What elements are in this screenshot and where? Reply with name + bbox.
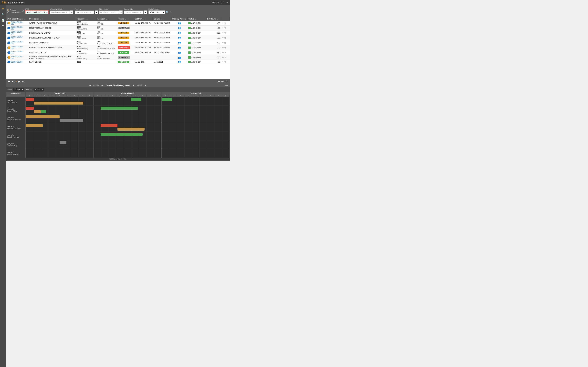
delete-icon[interactable]: 🗑 <box>224 22 226 24</box>
wo-link[interactable]: 210323-001030 <box>11 46 23 48</box>
property-dropdown[interactable]: ▼ <box>95 10 98 14</box>
delete-icon[interactable]: 🗑 <box>224 56 226 59</box>
people-icon[interactable]: 👥 <box>178 27 181 29</box>
edit-icon[interactable]: ✏ <box>222 47 224 49</box>
cal-event[interactable] <box>26 124 43 127</box>
col-header-desc[interactable]: Description ▲▼ <box>28 17 76 21</box>
phases-radio[interactable]: Phases <box>7 9 20 11</box>
refresh-icon[interactable]: ↺ <box>22 10 24 12</box>
phase-link[interactable]: 001 <box>11 53 23 54</box>
delete-icon[interactable]: 🗑 <box>224 61 226 63</box>
people-icon[interactable]: 👥 <box>178 37 181 39</box>
find-wo-select[interactable]: Work Order <box>148 10 165 14</box>
col-header-priority[interactable]: Priority ▲▼ <box>117 17 134 21</box>
cal-event[interactable] <box>34 110 41 113</box>
cal-prev-month[interactable]: ◀ <box>89 84 91 86</box>
color-by-select[interactable]: Priority <box>33 88 44 91</box>
property-input[interactable] <box>75 10 94 14</box>
assigned-to-input[interactable] <box>124 10 144 14</box>
phase-link[interactable]: 001 <box>11 33 23 35</box>
phase-link[interactable]: 001 <box>11 28 23 30</box>
cal-next-month[interactable]: ▶ <box>145 84 146 86</box>
wo-link[interactable]: 210323-001053 <box>11 56 23 58</box>
cal-event[interactable] <box>101 107 138 110</box>
wo-link[interactable]: 210323-001046 <box>11 51 23 53</box>
cal-prev-week[interactable]: ◀ <box>101 84 103 86</box>
delete-icon[interactable]: 🗑 <box>224 51 226 54</box>
cal-event[interactable] <box>26 107 34 110</box>
info-icon[interactable]: ℹ <box>221 1 221 4</box>
work-classification-input[interactable] <box>50 10 70 14</box>
edit-icon[interactable]: ✏ <box>222 56 224 59</box>
col-header-status[interactable]: Status ▲▼ <box>187 17 206 21</box>
cal-event[interactable] <box>26 98 34 101</box>
delete-icon[interactable]: 🗑 <box>224 42 226 44</box>
first-page-btn[interactable]: ⏮ <box>7 80 10 83</box>
cal-prev-month-label[interactable]: Month <box>93 84 99 86</box>
people-icon[interactable]: 👥 <box>178 46 181 49</box>
phase-link[interactable]: 001 <box>11 38 23 40</box>
work-classification-dropdown[interactable]: ▼ <box>70 10 73 14</box>
people-icon[interactable]: 👥 <box>178 56 181 59</box>
last-page-btn[interactable]: ⏭ <box>21 80 25 83</box>
edit-icon[interactable]: ✏ <box>222 27 224 29</box>
cal-event[interactable] <box>131 98 141 101</box>
cal-next-month-label[interactable]: Month <box>137 84 142 86</box>
cal-event[interactable] <box>60 142 66 144</box>
page-2[interactable]: 2 <box>16 80 17 83</box>
people-icon[interactable]: 👥 <box>178 51 181 54</box>
wo-link[interactable]: 210323-001005 <box>11 26 23 28</box>
wo-link[interactable]: 210323-001009 <box>11 31 23 33</box>
col-header-wo[interactable]: Work Order/Phase ▲▼ <box>6 17 28 21</box>
edit-icon[interactable]: ✏ <box>222 37 224 39</box>
edit-icon[interactable]: ✏ <box>222 22 224 24</box>
people-icon[interactable]: 👥 <box>178 22 181 25</box>
cal-event[interactable] <box>60 119 83 122</box>
assigned-to-dropdown[interactable]: ▼ <box>144 10 147 14</box>
wo-link[interactable]: 210323-001018 <box>11 41 23 43</box>
cal-event[interactable] <box>41 110 46 113</box>
people-icon[interactable]: 👥 <box>178 61 181 63</box>
cal-event[interactable] <box>162 98 172 101</box>
sidebar-search-icon[interactable]: 🔍 <box>1 12 5 17</box>
delete-icon[interactable]: 🗑 <box>224 32 226 34</box>
cal-event[interactable] <box>26 115 60 118</box>
delete-icon[interactable]: 🗑 <box>224 37 226 39</box>
wo-link[interactable]: 210323-001004 <box>11 21 23 23</box>
sidebar-menu-icon[interactable]: ☰ <box>1 24 5 28</box>
wo-link[interactable]: 210323-001010 <box>11 36 23 38</box>
leave-codes-radio[interactable]: Leave Codes <box>7 11 20 13</box>
logout-icon[interactable]: ⇥ <box>226 1 228 4</box>
edit-icon[interactable]: ✏ <box>222 51 224 54</box>
find-wo-refresh-icon[interactable]: ↺ <box>170 11 172 14</box>
phase-link[interactable]: 001 <box>11 43 23 45</box>
col-header-est-start[interactable]: Est Start ▲▼ <box>134 17 153 21</box>
col-header-property[interactable]: Property ▲▼ <box>76 17 96 21</box>
show-select[interactable]: 3 Days <box>13 88 24 91</box>
edit-icon[interactable]: ✏ <box>222 32 224 34</box>
phase-link[interactable]: 001 <box>11 48 23 50</box>
sidebar-star-icon[interactable]: ★ <box>1 6 5 11</box>
col-header-est-end[interactable]: Est End ▲▼ <box>153 17 171 21</box>
cal-event[interactable] <box>117 128 145 131</box>
delete-icon[interactable]: 🗑 <box>224 27 226 29</box>
phase-status-input[interactable] <box>99 10 119 14</box>
people-icon[interactable]: 👥 <box>178 42 181 44</box>
delete-icon[interactable]: 🗑 <box>224 47 226 49</box>
edit-icon[interactable]: ✏ <box>222 42 224 44</box>
page-1[interactable]: 1 <box>15 80 16 83</box>
help-icon[interactable]: ? <box>223 1 225 4</box>
cal-event[interactable] <box>34 101 83 105</box>
phase-link[interactable]: 001 <box>11 58 23 59</box>
next-page-btn[interactable]: ▶ <box>18 80 21 83</box>
col-header-est-hours[interactable]: Est Hours ▲▼ <box>206 17 221 21</box>
sidebar-chart-icon[interactable]: 📊 <box>1 18 5 23</box>
phase-link[interactable]: 001 <box>11 23 23 25</box>
col-header-primary-person[interactable]: Primary Person <box>171 17 187 21</box>
cal-event[interactable] <box>101 124 117 127</box>
wo-link[interactable]: 210323-001056 <box>11 61 23 63</box>
calendar-collapse-btn[interactable]: — <box>225 84 228 87</box>
shop-select[interactable]: MAINTENANCE ZONE 1 <box>26 10 48 14</box>
col-header-location[interactable]: Location ▲▼ <box>96 17 117 21</box>
prev-page-btn[interactable]: ◀ <box>11 80 14 83</box>
